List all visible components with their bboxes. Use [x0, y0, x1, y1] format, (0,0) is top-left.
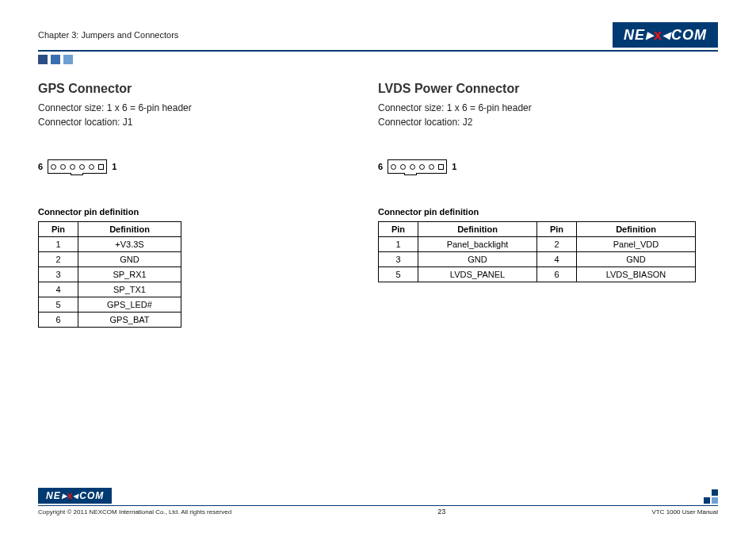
connector-diagram: 6 1 — [38, 159, 362, 174]
logo-com: COM — [671, 27, 707, 44]
table-row: 5GPS_LED# — [39, 297, 181, 313]
table-title: Connector pin definition — [38, 207, 362, 217]
copyright-text: Copyright © 2011 NEXCOM International Co… — [38, 508, 231, 516]
table-row: 3GND 4GND — [379, 252, 696, 267]
pin-1-label: 1 — [112, 162, 116, 171]
th-pin: Pin — [39, 222, 78, 237]
connector-location: Connector location: J2 — [378, 115, 702, 129]
gps-connector-section: GPS Connector Connector size: 1 x 6 = 6-… — [38, 82, 378, 328]
connector-diagram: 6 1 — [378, 159, 702, 174]
th-def: Definition — [78, 222, 181, 237]
table-row: 2GND — [39, 252, 181, 267]
table-row: 1Panel_backlight 2Panel_VDD — [379, 237, 696, 252]
pin-1-label: 1 — [452, 162, 456, 171]
table-header-row: Pin Definition — [39, 222, 181, 237]
logo-ne: NE — [624, 27, 645, 44]
nexcom-logo: NE▸x◂COM — [613, 22, 718, 48]
table-header-row: Pin Definition Pin Definition — [379, 222, 696, 237]
connector-size: Connector size: 1 x 6 = 6-pin header — [38, 101, 362, 115]
manual-name: VTC 1000 User Manual — [651, 508, 718, 516]
page-number: 23 — [437, 508, 445, 516]
th-def: Definition — [577, 222, 696, 237]
table-title: Connector pin definition — [378, 207, 702, 217]
connector-location: Connector location: J1 — [38, 115, 362, 129]
th-def: Definition — [418, 222, 537, 237]
lvds-pin-table: Pin Definition Pin Definition 1Panel_bac… — [378, 221, 696, 282]
page-header: Chapter 3: Jumpers and Connectors NE▸x◂C… — [38, 22, 718, 52]
section-title: LVDS Power Connector — [378, 82, 702, 96]
lvds-connector-section: LVDS Power Connector Connector size: 1 x… — [378, 82, 718, 328]
th-pin: Pin — [537, 222, 577, 237]
table-row: 5LVDS_PANEL 6LVDS_BIASON — [379, 267, 696, 282]
table-row: 1+V3.3S — [39, 237, 181, 252]
connector-size: Connector size: 1 x 6 = 6-pin header — [378, 101, 702, 115]
pin-6-label: 6 — [378, 162, 383, 171]
section-title: GPS Connector — [38, 82, 362, 96]
footer-decoration-icon — [704, 489, 718, 504]
decoration-squares — [38, 55, 718, 64]
th-pin: Pin — [379, 222, 418, 237]
connector-box-icon — [388, 159, 447, 174]
table-row: 3SP_RX1 — [39, 267, 181, 282]
connector-box-icon — [48, 159, 107, 174]
gps-pin-table: Pin Definition 1+V3.3S 2GND 3SP_RX1 4SP_… — [38, 221, 181, 328]
table-row: 4SP_TX1 — [39, 282, 181, 297]
table-row: 6GPS_BAT — [39, 313, 181, 328]
chapter-title: Chapter 3: Jumpers and Connectors — [38, 30, 178, 40]
page-footer: NE▸x◂COM Copyright © 2011 NEXCOM Interna… — [38, 488, 718, 516]
nexcom-logo-footer: NE▸x◂COM — [38, 488, 112, 504]
logo-x-icon: ▸x◂ — [645, 26, 671, 44]
pin-6-label: 6 — [38, 162, 43, 171]
